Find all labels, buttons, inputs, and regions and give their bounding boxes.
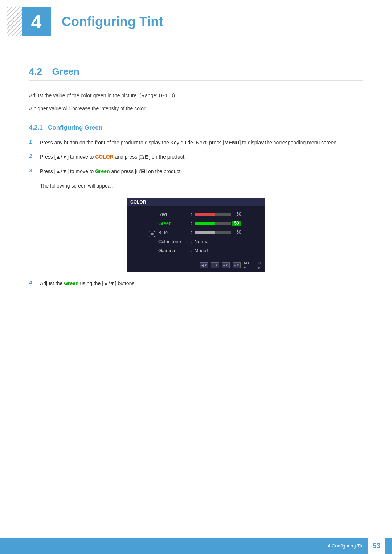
- description-2: A higher value will increase the intensi…: [29, 104, 363, 113]
- step-3-subtext: The following screen will appear.: [40, 182, 363, 190]
- slider-value-green: 50: [232, 221, 241, 226]
- monitor-btn-plus: +▼: [222, 262, 230, 268]
- monitor-row-red: Red : 50: [158, 210, 257, 219]
- monitor-label-red: Red: [158, 212, 191, 217]
- monitor-value-gamma: Mode1: [195, 248, 209, 253]
- monitor-label-blue: Blue: [158, 230, 191, 235]
- page-footer: 4 Configuring Tint 53: [0, 538, 392, 554]
- monitor-menu-title: COLOR: [130, 200, 146, 205]
- monitor-row-gamma: Gamma : Mode1: [158, 246, 257, 255]
- subsection-number: 4.2.1: [29, 124, 43, 131]
- step-2-number: 2: [29, 153, 40, 159]
- slider-value-blue: 50: [232, 230, 241, 235]
- footer-text: 4 Configuring Tint: [328, 543, 365, 549]
- monitor-label-colortone: Color Tone: [158, 239, 191, 244]
- monitor-btn-left: ◄▼: [200, 262, 208, 268]
- section-title-text: Green: [52, 66, 79, 77]
- step-2: 2 Press [▲/▼] to move to COLOR and press…: [29, 153, 363, 161]
- monitor-settings-icon: [148, 230, 156, 238]
- monitor-btn-enter: ↵▼: [233, 262, 241, 268]
- subsection-title: 4.2.1 Configuring Green: [29, 124, 363, 131]
- monitor-value-colortone: Normal: [195, 239, 210, 244]
- monitor-row-blue: Blue : 50: [158, 228, 257, 237]
- monitor-row-green: Green : 50: [158, 219, 257, 228]
- steps-list: 1 Press any button on the front of the p…: [29, 139, 363, 176]
- chapter-title: Configuring Tint: [62, 14, 163, 29]
- step-1-text: Press any button on the front of the pro…: [40, 139, 363, 147]
- monitor-btn-minus: —▼: [211, 262, 219, 268]
- step-2-text: Press [▲/▼] to move to COLOR and press […: [40, 153, 363, 161]
- monitor-content: Red : 50 Green : 50: [127, 206, 265, 259]
- description-1: Adjust the value of the color green in t…: [29, 91, 363, 100]
- slider-red: 50: [195, 212, 241, 217]
- section-title: 4.2 Green: [29, 66, 363, 81]
- main-content: 4.2 Green Adjust the value of the color …: [0, 59, 392, 323]
- monitor-screenshot: COLOR Red :: [127, 198, 265, 272]
- step-3-text: Press [▲/▼] to move to Green and press […: [40, 167, 363, 176]
- monitor-bottom-bar: ◄▼ —▼ +▼ ↵▼ AUTO▼ ⚙▼: [127, 259, 265, 272]
- monitor-row-colortone: Color Tone : Normal: [158, 237, 257, 246]
- svg-point-0: [151, 233, 153, 235]
- subsection-title-text: Configuring Green: [48, 124, 102, 131]
- step-1-number: 1: [29, 139, 40, 145]
- step-4-text: Adjust the Green using the [▲/▼] buttons…: [40, 279, 363, 288]
- monitor-label-green: Green: [158, 221, 191, 226]
- monitor-btn-auto-label: AUTO▼: [244, 261, 254, 270]
- step-4: 4 Adjust the Green using the [▲/▼] butto…: [29, 279, 363, 288]
- chapter-number: 4: [31, 11, 42, 33]
- step-3-number: 3: [29, 167, 40, 173]
- monitor-label-gamma: Gamma: [158, 248, 191, 253]
- step-3: 3 Press [▲/▼] to move to Green and press…: [29, 167, 363, 176]
- monitor-menu-bar: COLOR: [127, 198, 265, 206]
- step-1: 1 Press any button on the front of the p…: [29, 139, 363, 147]
- slider-green: 50: [195, 221, 241, 226]
- step-4-number: 4: [29, 279, 40, 286]
- chapter-number-box: 4: [22, 7, 51, 36]
- slider-blue: 50: [195, 230, 241, 235]
- monitor-btn-power-label: ⚙▼: [257, 261, 261, 270]
- slider-value-red: 50: [232, 212, 241, 217]
- footer-page-number: 53: [368, 538, 385, 554]
- chapter-header: 4 Configuring Tint: [0, 0, 392, 44]
- section-number: 4.2: [29, 66, 42, 77]
